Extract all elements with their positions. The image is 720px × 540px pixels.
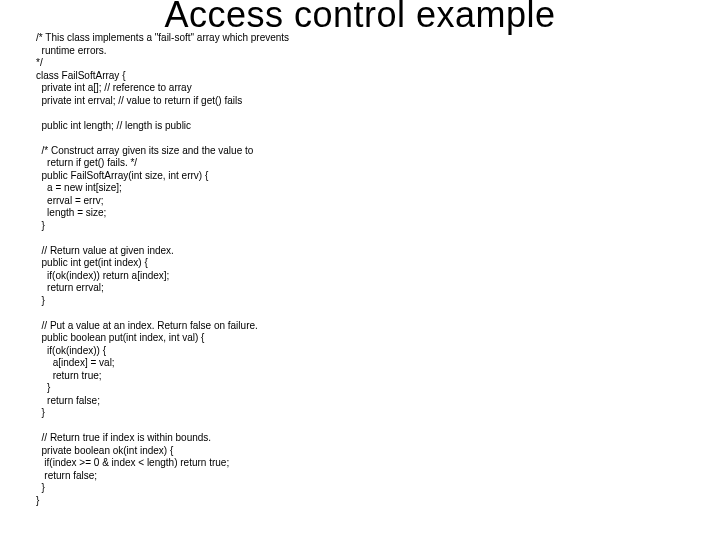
slide-title: Access control example: [0, 0, 720, 36]
code-block: /* This class implements a "fail-soft" a…: [36, 32, 676, 507]
slide: Access control example /* This class imp…: [0, 0, 720, 540]
